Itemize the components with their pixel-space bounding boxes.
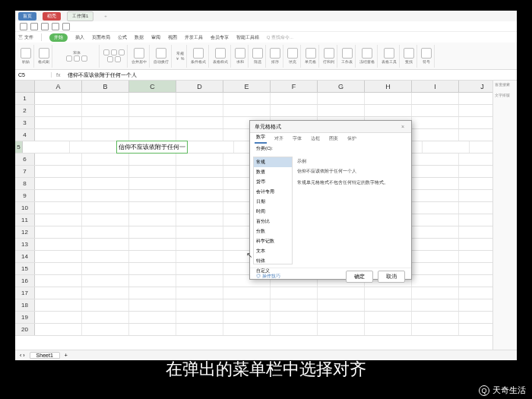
dlg-tab-border[interactable]: 边框: [309, 134, 321, 144]
table-style-icon[interactable]: [215, 48, 226, 59]
row-header-14[interactable]: 14: [15, 251, 35, 262]
cell-D5[interactable]: [187, 141, 234, 153]
row-header-6[interactable]: 6: [15, 154, 35, 165]
tabletool-icon[interactable]: [384, 48, 394, 59]
sheet-add[interactable]: +: [65, 353, 68, 358]
cell-A16[interactable]: [35, 275, 82, 287]
cell-C17[interactable]: [129, 287, 176, 299]
row-header-2[interactable]: 2: [15, 105, 35, 116]
cell-D10[interactable]: [176, 202, 223, 214]
tab-review[interactable]: 审阅: [151, 34, 160, 41]
cell-D1[interactable]: [176, 93, 223, 104]
cat-scientific[interactable]: 科学记数: [254, 236, 292, 246]
cell-D9[interactable]: [176, 190, 223, 201]
row-header-11[interactable]: 11: [15, 214, 35, 226]
cell-D18[interactable]: [176, 299, 223, 311]
cell-B6[interactable]: [82, 154, 129, 165]
bold-icon[interactable]: [66, 55, 72, 62]
cell-D16[interactable]: [176, 275, 223, 287]
cell-I19[interactable]: [412, 312, 459, 323]
cell-G18[interactable]: [318, 299, 365, 311]
cell-A17[interactable]: [35, 287, 82, 299]
cell-B1[interactable]: [82, 93, 129, 104]
cell-D12[interactable]: [176, 226, 223, 238]
cell-B17[interactable]: [82, 287, 129, 299]
rowcol-icon[interactable]: [324, 48, 334, 59]
cell-H19[interactable]: [365, 312, 412, 323]
cell-I7[interactable]: [412, 166, 459, 177]
cell-D11[interactable]: [176, 214, 223, 226]
cell-D19[interactable]: [176, 312, 223, 323]
cell-F2[interactable]: [271, 105, 318, 116]
align-center-icon[interactable]: [111, 49, 117, 55]
tab-formula[interactable]: 公式: [118, 34, 127, 41]
cell-A3[interactable]: [35, 117, 82, 128]
cell-B16[interactable]: [82, 275, 129, 287]
cell-icon[interactable]: [306, 48, 316, 59]
num-format[interactable]: 常规: [176, 51, 184, 55]
cell-B19[interactable]: [82, 312, 129, 323]
cell-I11[interactable]: [412, 214, 459, 226]
cell-G19[interactable]: [318, 312, 365, 323]
col-C[interactable]: C: [129, 81, 176, 92]
fill-icon[interactable]: [287, 48, 298, 59]
cell-I3[interactable]: [412, 117, 459, 128]
col-G[interactable]: G: [318, 81, 365, 92]
cat-currency[interactable]: 货币: [254, 177, 292, 187]
cell-G1[interactable]: [318, 93, 365, 104]
panel-textlayout[interactable]: 文字排版: [495, 93, 515, 97]
sort-icon[interactable]: [270, 48, 280, 59]
col-B[interactable]: B: [82, 81, 129, 92]
qat-preview-icon[interactable]: [41, 23, 49, 30]
cell-B7[interactable]: [82, 166, 129, 177]
paste-icon[interactable]: [21, 48, 31, 59]
tab-add[interactable]: +: [100, 13, 112, 19]
tab-docer[interactable]: 稻壳: [43, 12, 61, 21]
cell-B10[interactable]: [82, 202, 129, 214]
percent-icon[interactable]: %: [181, 56, 184, 61]
tab-insert[interactable]: 插入: [75, 34, 84, 41]
cell-A19[interactable]: [35, 312, 82, 323]
cell-E18[interactable]: [223, 299, 271, 311]
cell-B11[interactable]: [82, 214, 129, 226]
tip-link[interactable]: ◎ 操作技巧: [256, 273, 280, 280]
cell-C14[interactable]: [129, 251, 176, 262]
currency-icon[interactable]: ￥: [176, 56, 179, 61]
col-F[interactable]: F: [271, 81, 318, 92]
cell-I12[interactable]: [412, 226, 459, 238]
formula-bar[interactable]: 信仰不应该依附于任何一个人: [65, 71, 517, 79]
find-icon[interactable]: [404, 48, 414, 59]
indent-icon[interactable]: [115, 56, 121, 62]
cell-B4[interactable]: [82, 129, 129, 141]
row-header-13[interactable]: 13: [15, 239, 35, 250]
cell-E2[interactable]: [223, 105, 271, 116]
cell-A9[interactable]: [35, 190, 82, 201]
col-A[interactable]: A: [35, 81, 82, 92]
cell-I1[interactable]: [412, 93, 459, 104]
valign-icon[interactable]: [107, 56, 113, 62]
cell-I17[interactable]: [412, 287, 459, 299]
cell-C12[interactable]: [129, 226, 176, 238]
cell-B8[interactable]: [82, 178, 129, 189]
cell-I16[interactable]: [412, 275, 459, 287]
cell-A4[interactable]: [35, 129, 82, 141]
cat-fraction[interactable]: 分数: [254, 226, 292, 236]
cell-D3[interactable]: [176, 117, 223, 128]
cell-A8[interactable]: [35, 178, 82, 189]
fx-icon[interactable]: fx: [52, 72, 65, 78]
cell-D4[interactable]: [176, 129, 223, 141]
row-header-7[interactable]: 7: [15, 166, 35, 177]
cell-I18[interactable]: [412, 299, 459, 311]
sheet-icon[interactable]: [342, 48, 353, 59]
qat-print-icon[interactable]: [30, 23, 38, 30]
tab-home[interactable]: 首页: [18, 12, 36, 21]
cell-E20[interactable]: [223, 324, 271, 335]
cat-number[interactable]: 数值: [254, 167, 292, 177]
cat-text[interactable]: 文本: [254, 246, 292, 256]
cell-B18[interactable]: [82, 299, 129, 311]
col-D[interactable]: D: [176, 81, 223, 92]
cell-E19[interactable]: [223, 312, 271, 323]
cell-I6[interactable]: [412, 154, 459, 165]
cell-D13[interactable]: [176, 239, 223, 250]
cell-G20[interactable]: [318, 324, 365, 335]
